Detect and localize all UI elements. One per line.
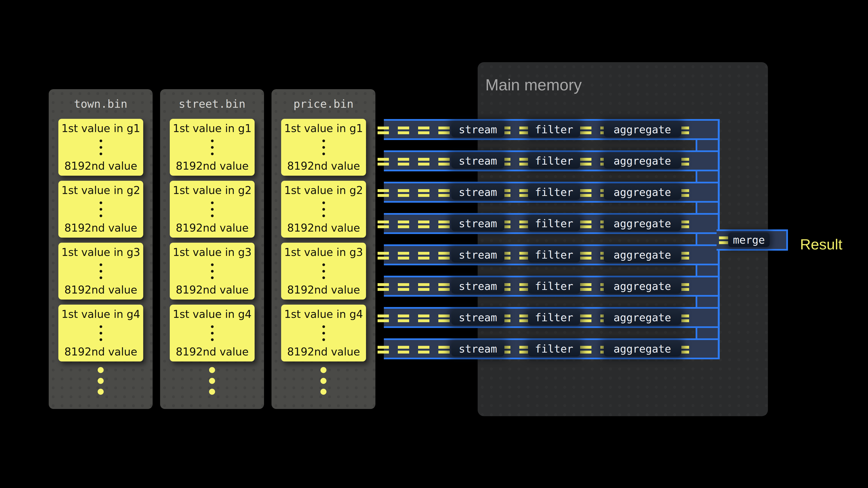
- value-block: 1st value in g3 8192nd value: [58, 243, 143, 299]
- value-block: 1st value in g2 8192nd value: [170, 181, 255, 238]
- ellipsis-vertical-icon: [322, 325, 325, 341]
- stream-label: stream: [459, 155, 497, 167]
- aggregate-operator-chip: aggregate: [604, 122, 681, 137]
- more-groups-ellipsis-icon: [272, 367, 375, 395]
- pipeline-row-4: stream filter aggregate: [384, 213, 718, 234]
- stream-label: stream: [459, 280, 497, 292]
- aggregate-label: aggregate: [614, 343, 671, 355]
- main-memory-title: Main memory: [485, 76, 582, 94]
- filter-label: filter: [535, 186, 574, 198]
- aggregate-label: aggregate: [614, 280, 671, 292]
- group-last-value-label: 8192nd value: [287, 222, 360, 234]
- ellipsis-vertical-icon: [211, 263, 214, 279]
- ellipsis-vertical-icon: [322, 139, 325, 155]
- stream-operator-chip: stream: [452, 185, 504, 200]
- aggregate-operator-chip: aggregate: [604, 279, 681, 294]
- filter-label: filter: [535, 155, 574, 167]
- stream-operator-chip: stream: [452, 247, 504, 262]
- filter-label: filter: [535, 311, 574, 324]
- value-block: 1st value in g2 8192nd value: [281, 181, 366, 238]
- stream-operator-chip: stream: [452, 122, 504, 137]
- filter-operator-chip: filter: [528, 341, 580, 356]
- aggregate-label: aggregate: [614, 249, 671, 261]
- stream-label: stream: [459, 311, 497, 324]
- aggregate-operator-chip: aggregate: [604, 247, 681, 262]
- ellipsis-vertical-icon: [100, 263, 102, 279]
- group-last-value-label: 8192nd value: [176, 222, 249, 234]
- file-column-street: street.bin 1st value in g1 8192nd value …: [160, 89, 264, 409]
- aggregate-operator-chip: aggregate: [604, 153, 681, 168]
- group-last-value-label: 8192nd value: [176, 346, 249, 358]
- pipeline-row-6: stream filter aggregate: [384, 276, 718, 297]
- filter-operator-chip: filter: [528, 279, 580, 294]
- filter-operator-chip: filter: [528, 185, 580, 200]
- group-last-value-label: 8192nd value: [176, 284, 249, 296]
- group-first-value-label: 1st value in g4: [284, 308, 363, 320]
- group-first-value-label: 1st value in g3: [61, 247, 140, 258]
- value-block: 1st value in g4 8192nd value: [170, 304, 255, 361]
- value-block: 1st value in g2 8192nd value: [58, 181, 143, 238]
- filter-label: filter: [535, 123, 574, 136]
- group-first-value-label: 1st value in g4: [173, 308, 251, 320]
- filter-operator-chip: filter: [528, 310, 580, 325]
- value-block: 1st value in g4 8192nd value: [281, 304, 366, 361]
- stream-operator-chip: stream: [452, 279, 504, 294]
- filter-operator-chip: filter: [528, 216, 580, 231]
- pipeline-row-7: stream filter aggregate: [384, 307, 718, 328]
- merge-label: merge: [733, 234, 765, 246]
- group-first-value-label: 1st value in g1: [173, 123, 251, 134]
- filter-operator-chip: filter: [528, 247, 580, 262]
- file-column-town: town.bin 1st value in g1 8192nd value 1s…: [49, 89, 153, 409]
- aggregate-label: aggregate: [614, 311, 671, 324]
- file-column-price: price.bin 1st value in g1 8192nd value 1…: [272, 89, 375, 409]
- group-first-value-label: 1st value in g1: [284, 123, 363, 134]
- filter-label: filter: [535, 217, 574, 230]
- stream-label: stream: [459, 123, 497, 136]
- stream-operator-chip: stream: [452, 216, 504, 231]
- filter-operator-chip: filter: [528, 153, 580, 168]
- file-column-title: street.bin: [160, 97, 264, 110]
- stream-operator-chip: stream: [452, 310, 504, 325]
- group-first-value-label: 1st value in g2: [284, 185, 363, 196]
- group-last-value-label: 8192nd value: [287, 284, 360, 296]
- group-first-value-label: 1st value in g3: [284, 247, 363, 258]
- aggregate-operator-chip: aggregate: [604, 216, 681, 231]
- group-last-value-label: 8192nd value: [176, 160, 249, 172]
- group-last-value-label: 8192nd value: [64, 284, 137, 296]
- group-first-value-label: 1st value in g1: [61, 123, 140, 134]
- value-block: 1st value in g1 8192nd value: [170, 119, 255, 176]
- pipeline-row-5: stream filter aggregate: [384, 245, 718, 265]
- aggregate-label: aggregate: [614, 155, 671, 167]
- stream-label: stream: [459, 343, 497, 355]
- pipeline-row-3: stream filter aggregate: [384, 182, 718, 203]
- stream-label: stream: [459, 186, 497, 198]
- more-groups-ellipsis-icon: [160, 367, 264, 395]
- filter-operator-chip: filter: [528, 122, 580, 137]
- group-last-value-label: 8192nd value: [64, 346, 137, 358]
- merge-bar: merge: [717, 229, 788, 251]
- group-first-value-label: 1st value in g3: [173, 247, 251, 258]
- stream-operator-chip: stream: [452, 341, 504, 356]
- group-first-value-label: 1st value in g2: [61, 185, 140, 196]
- group-last-value-label: 8192nd value: [287, 346, 360, 358]
- group-last-value-label: 8192nd value: [64, 160, 137, 172]
- pipeline-row-8: stream filter aggregate: [384, 338, 718, 359]
- more-groups-ellipsis-icon: [49, 367, 153, 395]
- ellipsis-vertical-icon: [322, 263, 325, 279]
- file-column-title: town.bin: [49, 97, 153, 110]
- ellipsis-vertical-icon: [100, 201, 102, 217]
- aggregate-operator-chip: aggregate: [604, 341, 681, 356]
- aggregate-label: aggregate: [614, 123, 671, 136]
- ellipsis-vertical-icon: [322, 201, 325, 217]
- pipeline-row-2: stream filter aggregate: [384, 151, 718, 171]
- group-last-value-label: 8192nd value: [287, 160, 360, 172]
- aggregate-label: aggregate: [614, 186, 671, 198]
- value-block: 1st value in g3 8192nd value: [281, 243, 366, 299]
- pipeline-row-1: stream filter aggregate: [384, 119, 718, 140]
- ellipsis-vertical-icon: [211, 201, 214, 217]
- stream-label: stream: [459, 217, 497, 230]
- value-block: 1st value in g3 8192nd value: [170, 243, 255, 299]
- merge-operator-chip: merge: [728, 233, 770, 247]
- value-block: 1st value in g4 8192nd value: [58, 304, 143, 361]
- group-first-value-label: 1st value in g2: [173, 185, 251, 196]
